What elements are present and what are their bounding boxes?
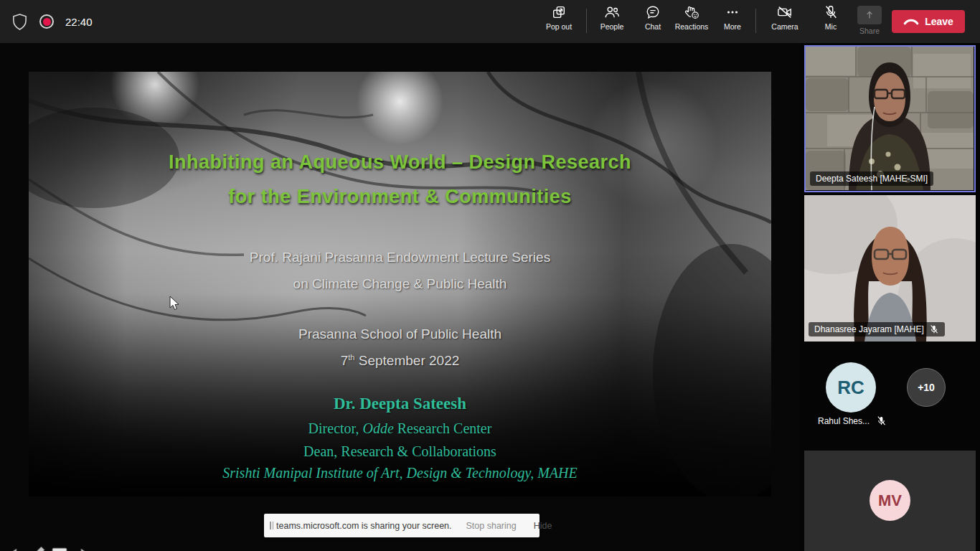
camera-off-icon <box>776 4 793 20</box>
pen-tool-icon <box>29 545 46 551</box>
participant-avatar-mv: MV <box>870 480 910 521</box>
camera-toggle-button[interactable]: Camera <box>762 4 808 31</box>
slide-speaker-role1: Director, Odde Research Center <box>29 420 771 437</box>
share-button: Share <box>847 6 892 35</box>
chat-icon <box>645 4 661 20</box>
reactions-button[interactable]: Reactions <box>669 4 715 31</box>
slideshow-nav-tools <box>6 545 92 551</box>
pop-out-icon <box>551 4 567 20</box>
participant-name-label: Deepta Sateesh [MAHE-SMI] <box>810 171 933 186</box>
people-icon <box>603 4 621 20</box>
drag-handle-icon[interactable] <box>270 522 273 529</box>
people-button[interactable]: People <box>589 4 635 31</box>
toolbar-divider <box>586 9 587 33</box>
slide-title-line2: for the Environment & Communities <box>29 186 771 208</box>
leave-button[interactable]: Leave <box>892 10 965 33</box>
slide-subtitle-line2: on Climate Change & Public Health <box>29 276 771 292</box>
slide-speaker-role2: Dean, Research & Collaborations <box>29 443 771 460</box>
slide-organization: Prasanna School of Public Health <box>29 326 771 342</box>
share-icon <box>857 6 882 24</box>
screen-sharing-banner: teams.microsoft.com is sharing your scre… <box>264 514 540 537</box>
video-tile-dhanasree[interactable]: Dhanasree Jayaram [MAHE] <box>804 195 976 342</box>
hide-banner-button[interactable]: Hide <box>529 520 557 532</box>
slide-date: 7th September 2022 <box>29 353 771 369</box>
avatar-participants-zone: RC +10 Rahul Shes... <box>800 342 980 451</box>
status-group: 22:40 <box>11 0 93 43</box>
video-feed-dhanasree <box>804 195 976 342</box>
slide-notes-icon <box>50 545 69 551</box>
mic-off-icon <box>876 415 887 426</box>
mouse-cursor <box>169 296 181 311</box>
participant-tile-mv[interactable]: MV <box>804 451 976 551</box>
slide-affiliation: Srishti Manipal Institute of Art, Design… <box>29 465 771 481</box>
meeting-top-bar: 22:40 Pop out People <box>0 0 980 43</box>
mic-off-icon <box>929 324 939 334</box>
reactions-icon <box>683 4 700 20</box>
more-button[interactable]: More <box>710 4 755 31</box>
slide-title-line1: Inhabiting an Aqueous World – Design Res… <box>29 151 771 174</box>
mic-off-icon <box>823 4 839 20</box>
participant-name-label: Rahul Shes... <box>818 415 887 426</box>
participant-name-label: Dhanasree Jayaram [MAHE] <box>809 322 945 336</box>
next-slide-arrow-icon <box>73 545 92 551</box>
previous-slide-arrow-icon <box>6 545 24 551</box>
participants-sidebar: Deepta Sateesh [MAHE-SMI] Dhanasree Jaya… <box>800 43 980 551</box>
video-tile-deepta[interactable]: Deepta Sateesh [MAHE-SMI] <box>804 45 976 192</box>
recording-indicator-icon <box>39 14 54 29</box>
toolbar-divider <box>755 9 756 33</box>
shared-screen-stage: Inhabiting an Aqueous World – Design Res… <box>0 43 800 551</box>
sharing-message: teams.microsoft.com is sharing your scre… <box>276 521 452 531</box>
shield-icon <box>11 13 28 31</box>
slide-speaker-name: Dr. Deepta Sateesh <box>29 395 771 413</box>
video-feed-deepta <box>806 47 974 190</box>
presentation-slide: Inhabiting an Aqueous World – Design Res… <box>29 72 771 496</box>
hang-up-icon <box>903 17 919 26</box>
participant-avatar-rahul[interactable]: RC <box>826 362 876 413</box>
slide-subtitle-line1: Prof. Rajani Prasanna Endowment Lecture … <box>29 250 771 265</box>
pop-out-button[interactable]: Pop out <box>536 4 582 31</box>
stop-sharing-button[interactable]: Stop sharing <box>462 520 521 532</box>
teams-meeting-window: 22:40 Pop out People <box>0 0 980 551</box>
overflow-participants-badge[interactable]: +10 <box>907 368 946 407</box>
meeting-timer: 22:40 <box>65 16 93 28</box>
more-icon <box>725 4 740 20</box>
